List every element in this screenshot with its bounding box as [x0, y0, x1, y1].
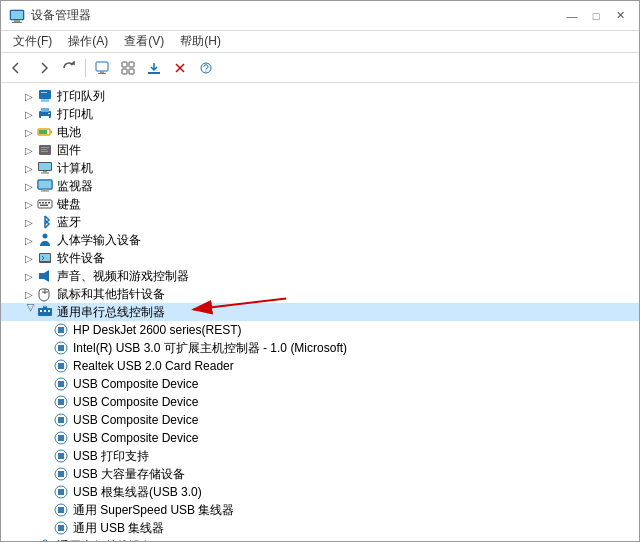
label-computer: 计算机	[57, 160, 93, 177]
tree-item-usb-devices[interactable]: ▷ 通用串行总线设备	[1, 537, 639, 541]
tree-item-usb-comp-3[interactable]: ▷ USB Composite Device	[1, 411, 639, 429]
tree-item-usb-mass[interactable]: ▷ USB 大容量存储设备	[1, 465, 639, 483]
scan-button[interactable]	[116, 56, 140, 80]
refresh-button[interactable]	[57, 56, 81, 80]
tree-item-battery[interactable]: ▷ 电池	[1, 123, 639, 141]
tree-item-printer[interactable]: ▷ 打印机	[1, 105, 639, 123]
device-tree[interactable]: ▷ 打印队列 ▷ 打印机 ▷	[1, 83, 639, 541]
close-button[interactable]: ✕	[609, 5, 631, 27]
expand-hid[interactable]: ▷	[21, 232, 37, 248]
expand-usb-devices[interactable]: ▷	[21, 538, 37, 541]
svg-rect-71	[58, 453, 64, 459]
label-usb-comp-3: USB Composite Device	[73, 413, 198, 427]
label-usb-comp-4: USB Composite Device	[73, 431, 198, 445]
toolbar-sep-1	[85, 59, 86, 77]
svg-rect-22	[48, 113, 50, 114]
expand-computer[interactable]: ▷	[21, 160, 37, 176]
update-button[interactable]	[142, 56, 166, 80]
tree-item-keyboard[interactable]: ▷ 键盘	[1, 195, 639, 213]
svg-rect-25	[39, 130, 47, 134]
label-print-queue: 打印队列	[57, 88, 105, 105]
expand-printer[interactable]: ▷	[21, 106, 37, 122]
tree-item-computer[interactable]: ▷ 计算机	[1, 159, 639, 177]
icon-computer	[37, 160, 53, 176]
tree-item-print-queue[interactable]: ▷ 打印队列	[1, 87, 639, 105]
expand-software[interactable]: ▷	[21, 250, 37, 266]
tree-item-bluetooth[interactable]: ▷ 蓝牙	[1, 213, 639, 231]
svg-rect-73	[58, 471, 64, 477]
forward-button[interactable]	[31, 56, 55, 80]
svg-rect-79	[58, 525, 64, 531]
expand-print-queue[interactable]: ▷	[21, 88, 37, 104]
tree-item-usb-superspeed[interactable]: ▷ 通用 SuperSpeed USB 集线器	[1, 501, 639, 519]
tree-item-mouse[interactable]: ▷ 鼠标和其他指针设备	[1, 285, 639, 303]
icon-keyboard	[37, 196, 53, 212]
label-intel-usb: Intel(R) USB 3.0 可扩展主机控制器 - 1.0 (Microso…	[73, 340, 347, 357]
label-usb-print: USB 打印支持	[73, 448, 149, 465]
svg-rect-57	[58, 327, 64, 333]
tree-item-usb-comp-2[interactable]: ▷ USB Composite Device	[1, 393, 639, 411]
svg-rect-59	[58, 345, 64, 351]
minimize-button[interactable]: —	[561, 5, 583, 27]
tree-item-audio[interactable]: ▷ 声音、视频和游戏控制器	[1, 267, 639, 285]
tree-item-usb-comp-1[interactable]: ▷ USB Composite Device	[1, 375, 639, 393]
tree-item-hp-deskjet[interactable]: ▷ HP DeskJet 2600 series(REST)	[1, 321, 639, 339]
svg-rect-77	[58, 507, 64, 513]
svg-rect-29	[41, 151, 48, 152]
svg-point-44	[43, 234, 48, 239]
tree-item-usb-hub[interactable]: ▷ USB 根集线器(USB 3.0)	[1, 483, 639, 501]
svg-rect-52	[44, 305, 46, 307]
svg-rect-33	[41, 173, 49, 174]
maximize-button[interactable]: □	[585, 5, 607, 27]
back-button[interactable]	[5, 56, 29, 80]
expand-audio[interactable]: ▷	[21, 268, 37, 284]
svg-rect-18	[41, 92, 47, 93]
title-controls: — □ ✕	[561, 5, 631, 27]
tree-item-intel-usb[interactable]: ▷ Intel(R) USB 3.0 可扩展主机控制器 - 1.0 (Micro…	[1, 339, 639, 357]
expand-keyboard[interactable]: ▷	[21, 196, 37, 212]
tree-item-usb-comp-4[interactable]: ▷ USB Composite Device	[1, 429, 639, 447]
expand-hp: ▷	[37, 322, 53, 338]
tree-item-usb-generic-hub[interactable]: ▷ 通用 USB 集线器	[1, 519, 639, 537]
svg-rect-31	[39, 163, 51, 170]
icon-usb-comp-2	[53, 394, 69, 410]
icon-usb-devices	[37, 538, 53, 541]
uninstall-button[interactable]	[168, 56, 192, 80]
label-battery: 电池	[57, 124, 81, 141]
icon-bluetooth	[37, 214, 53, 230]
properties-button[interactable]	[90, 56, 114, 80]
expand-bluetooth[interactable]: ▷	[21, 214, 37, 230]
svg-rect-8	[129, 62, 134, 67]
tree-item-usb-print[interactable]: ▷ USB 打印支持	[1, 447, 639, 465]
label-usb-root: 通用串行总线控制器	[57, 304, 165, 321]
svg-rect-75	[58, 489, 64, 495]
menu-action[interactable]: 操作(A)	[60, 31, 116, 52]
svg-rect-11	[148, 72, 160, 74]
svg-rect-35	[39, 181, 51, 188]
label-firmware: 固件	[57, 142, 81, 159]
label-usb-comp-2: USB Composite Device	[73, 395, 198, 409]
help-button[interactable]	[194, 56, 218, 80]
menu-help[interactable]: 帮助(H)	[172, 31, 229, 52]
tree-item-hid[interactable]: ▷ 人体学输入设备	[1, 231, 639, 249]
svg-rect-2	[12, 22, 22, 23]
tree-item-firmware[interactable]: ▷ 固件	[1, 141, 639, 159]
tree-item-monitor[interactable]: ▷ 监视器	[1, 177, 639, 195]
svg-rect-4	[96, 62, 108, 71]
expand-usb-root[interactable]: ▷	[21, 304, 37, 320]
expand-mouse[interactable]: ▷	[21, 286, 37, 302]
svg-rect-28	[41, 149, 47, 150]
icon-usb-mass	[53, 466, 69, 482]
tree-item-software[interactable]: ▷ 软件设备	[1, 249, 639, 267]
expand-monitor[interactable]: ▷	[21, 178, 37, 194]
tree-item-usb-root[interactable]: ▷ 通用串行总线控制器	[1, 303, 639, 321]
tree-item-realtek[interactable]: ▷ Realtek USB 2.0 Card Reader	[1, 357, 639, 375]
menu-view[interactable]: 查看(V)	[116, 31, 172, 52]
svg-rect-10	[129, 69, 134, 74]
expand-battery[interactable]: ▷	[21, 124, 37, 140]
svg-rect-37	[41, 191, 49, 192]
icon-audio	[37, 268, 53, 284]
menu-file[interactable]: 文件(F)	[5, 31, 60, 52]
expand-firmware[interactable]: ▷	[21, 142, 37, 158]
toolbar	[1, 53, 639, 83]
